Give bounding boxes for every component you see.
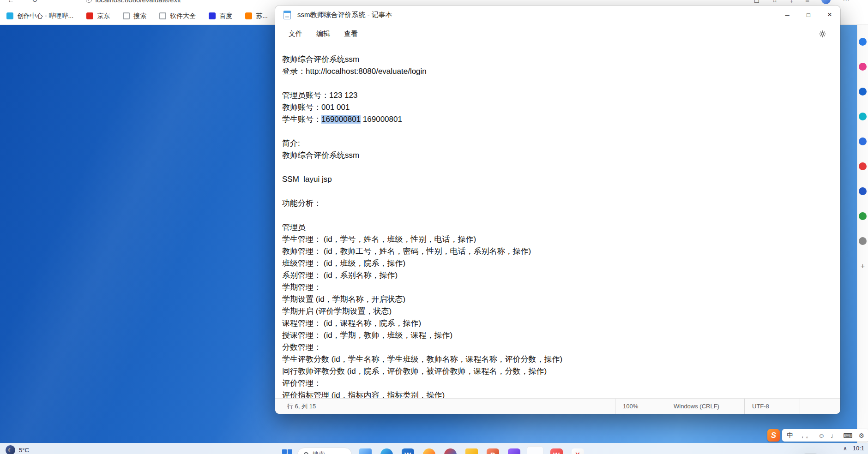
bookmark-item[interactable]: 搜索 — [123, 12, 146, 20]
browser-nav-left: ←↻ — [7, 0, 38, 3]
profile-avatar[interactable] — [821, 0, 831, 4]
notepad-line: 评价指标管理 (id，指标内容，指标类别，操作) — [282, 389, 833, 398]
bookmark-label: 搜索 — [133, 12, 146, 20]
start-button[interactable] — [282, 449, 292, 454]
text-run: 管理员账号：123 123 — [282, 91, 357, 100]
maximize-button[interactable]: □ — [798, 6, 819, 24]
system-tray: ∧ 10:1 — [843, 445, 864, 452]
suning-favicon — [245, 12, 252, 19]
search-label: 搜索 — [313, 450, 325, 454]
notepad-line: 教师综合评价系统ssm — [282, 149, 833, 161]
text-run: 功能分析： — [282, 199, 321, 208]
notepad-line: 评价管理： — [282, 377, 833, 389]
notepad-line: 管理员 — [282, 221, 833, 233]
text-run: 教师账号：001 001 — [282, 103, 350, 112]
notepad-line — [282, 161, 833, 173]
menu-file[interactable]: 文件 — [283, 26, 308, 42]
chrome-icon-button[interactable] — [442, 446, 458, 454]
taskbar: ☾ 5°C 搜索 WPWX ∧ 10:1 — [0, 443, 868, 454]
address-bar[interactable]: localhost:8080/evaluate/exit — [86, 0, 181, 4]
sogou-logo-icon[interactable]: S — [767, 429, 780, 442]
keyboard-icon[interactable]: ⌨ — [843, 432, 852, 439]
url-text[interactable]: localhost:8080/evaluate/exit — [96, 0, 181, 4]
back-icon[interactable]: ← — [7, 0, 14, 3]
notepad-line — [282, 125, 833, 137]
taskbar-search[interactable]: 搜索 — [297, 448, 352, 454]
notepad-line: 登录：http://localhost:8080/evaluate/login — [282, 66, 833, 78]
notepad-text-area[interactable]: 教师综合评价系统ssm登录：http://localhost:8080/eval… — [275, 43, 840, 398]
menu-view[interactable]: 查看 — [338, 26, 364, 42]
sidebar-app-icon-4[interactable] — [859, 113, 867, 120]
bookmark-label: 软件大全 — [170, 12, 196, 20]
notepad-line: 学生管理： (id，学号，姓名，班级，性别，电话，操作) — [282, 233, 833, 245]
refresh-icon[interactable]: ↻ — [32, 0, 38, 3]
input-mode-icon[interactable]: 中 — [787, 431, 793, 440]
punctuation-icon[interactable]: ，。 — [799, 431, 812, 440]
widgets-weather-button[interactable]: ☾ 5°C — [6, 445, 29, 454]
bookmark-item[interactable]: 京东 — [86, 12, 110, 20]
text-run: 课程管理： (id，课程名称，院系，操作) — [282, 319, 421, 328]
browser-toolbar-icons: ◻☆↓≡⋯ — [754, 0, 850, 4]
window-controls: ─ □ × — [777, 6, 840, 24]
more-menu-icon[interactable]: ⋯ — [843, 0, 850, 3]
word-icon-button[interactable]: W — [399, 446, 416, 454]
folder-icon-button[interactable] — [463, 446, 480, 454]
close-button[interactable]: × — [819, 6, 840, 24]
sidebar-app-icon-1[interactable] — [859, 38, 867, 46]
edge-icon-button[interactable] — [378, 446, 395, 454]
notepad-titlebar[interactable]: ssm教师综合评价系统 - 记事本 ─ □ × — [275, 6, 840, 24]
sidebar-app-icon-3[interactable] — [859, 88, 867, 96]
red-x-app-icon-button[interactable]: X — [569, 446, 586, 454]
wps-icon-button[interactable]: W — [548, 446, 565, 454]
powerpoint-icon-button[interactable]: P — [484, 446, 501, 454]
notepad-line: 学期开启 (评价学期设置，状态) — [282, 305, 833, 317]
bookmark-item[interactable]: 软件大全 — [159, 12, 196, 20]
text-run: 学生账号： — [282, 115, 321, 124]
bookmark-item[interactable]: 创作中心 - 哔哩哔... — [6, 12, 73, 20]
text-run: 登录：http://localhost:8080/evaluate/login — [282, 67, 427, 76]
wps-icon: W — [550, 448, 563, 454]
sidebar-app-icon-6[interactable] — [859, 162, 867, 170]
site-info-icon[interactable] — [86, 0, 92, 3]
sidebar-app-icon-5[interactable] — [859, 137, 867, 145]
toolbox-icon[interactable]: ⚙ — [859, 432, 865, 439]
bookmark-item[interactable]: 百度 — [209, 12, 232, 20]
tray-chevron-icon[interactable]: ∧ — [843, 445, 847, 452]
search-icon — [304, 452, 308, 454]
downloads-icon[interactable]: ↓ — [790, 0, 794, 3]
encoding: UTF-8 — [744, 399, 800, 414]
notepad-line — [282, 209, 833, 221]
clock[interactable]: 10:1 — [853, 445, 864, 452]
firefox-icon-button[interactable] — [421, 446, 437, 454]
sidebar-app-icon-2[interactable] — [859, 63, 867, 71]
notepad-line: 学生评教分数 (id，学生名称，学生班级，教师名称，课程名称，评价分数，操作) — [282, 353, 833, 365]
text-run: 学期设置 (id，学期名称，开启状态) — [282, 295, 405, 304]
file-explorer-icon-button[interactable] — [357, 446, 374, 454]
text-run: 学期管理： — [282, 283, 321, 292]
extensions-icon[interactable]: ≡ — [805, 0, 809, 3]
menu-edit[interactable]: 编辑 — [310, 26, 336, 42]
split-screen-icon[interactable]: ◻ — [754, 0, 760, 3]
bookmark-item[interactable]: 苏... — [245, 12, 268, 20]
settings-gear-icon[interactable] — [819, 30, 826, 38]
favorites-icon[interactable]: ☆ — [772, 0, 778, 3]
notepad-menubar-items: 文件编辑查看 — [283, 26, 366, 42]
sidebar-app-icon-8[interactable] — [859, 212, 867, 220]
notepad-icon-button[interactable] — [527, 446, 543, 454]
notepad-line: 教师管理： (id，教师工号，姓名，密码，性别，电话，系别名称，操作) — [282, 245, 833, 257]
emoji-icon[interactable]: ☺ — [818, 432, 825, 439]
zoom-level[interactable]: 100% — [615, 399, 666, 414]
notepad-line: 学期管理： — [282, 281, 833, 293]
sidebar-app-icon-9[interactable] — [859, 237, 867, 245]
weather-temperature: 5°C — [19, 447, 29, 454]
sidebar-app-icon-7[interactable] — [859, 187, 867, 195]
purple-app-icon-button[interactable] — [506, 446, 522, 454]
notepad-line: 管理员账号：123 123 — [282, 90, 833, 102]
chrome-icon — [444, 448, 457, 454]
sidebar-add-icon[interactable]: + — [859, 262, 867, 270]
ime-toolbar: S 中，。☺♩⌨⚙ — [767, 429, 868, 442]
mic-icon[interactable]: ♩ — [831, 432, 837, 439]
bookmark-label: 百度 — [219, 12, 232, 20]
text-run: 管理员 — [282, 223, 306, 232]
minimize-button[interactable]: ─ — [777, 6, 798, 24]
